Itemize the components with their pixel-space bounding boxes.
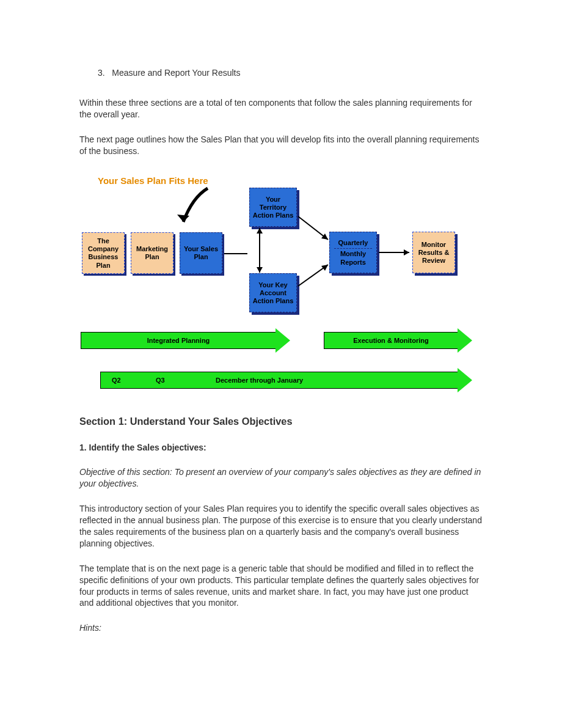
connector-arrows xyxy=(79,170,483,323)
arrow-timeline: Q2 Q3 December through January xyxy=(100,372,458,389)
timeline-dec-jan: December through January xyxy=(216,376,303,385)
svg-marker-10 xyxy=(404,249,409,256)
section-1-heading: Section 1: Understand Your Sales Objecti… xyxy=(79,414,483,428)
list-item-3: 3. Measure and Report Your Results xyxy=(98,67,483,79)
arrow-label: Execution & Monitoring xyxy=(353,336,428,345)
svg-marker-4 xyxy=(257,267,263,273)
svg-marker-8 xyxy=(321,265,328,271)
timeline-q2: Q2 xyxy=(112,376,121,385)
subsection-1-heading: 1. Identify the Sales objectives: xyxy=(79,442,483,454)
svg-marker-3 xyxy=(257,228,263,233)
paragraph-4: The template that is on the next page is… xyxy=(79,563,483,609)
paragraph-2: The next page outlines how the Sales Pla… xyxy=(79,134,483,157)
arrow-execution-monitoring: Execution & Monitoring xyxy=(324,332,458,349)
objective-text: Objective of this section: To present an… xyxy=(79,466,483,490)
list-text: Measure and Report Your Results xyxy=(112,68,240,78)
arrow-label: Integrated Planning xyxy=(147,336,210,345)
timeline-q3: Q3 xyxy=(156,376,165,385)
list-number: 3. xyxy=(98,68,105,78)
paragraph-1: Within these three sections are a total … xyxy=(79,97,483,120)
hints-label: Hints: xyxy=(79,622,483,634)
sales-plan-diagram: Your Sales Plan Fits Here The Company Bu… xyxy=(79,170,483,396)
arrow-integrated-planning: Integrated Planning xyxy=(81,332,276,349)
paragraph-3: This introductory section of your Sales … xyxy=(79,503,483,550)
